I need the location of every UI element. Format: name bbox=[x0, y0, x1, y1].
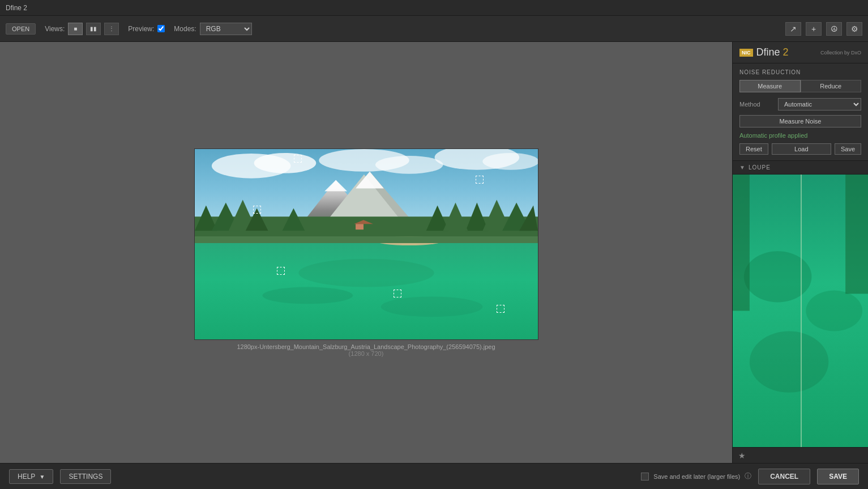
loupe-section: ▼ LOUPE bbox=[733, 161, 868, 463]
image-container: 1280px-Untersberg_Mountain_Salzburg_Aust… bbox=[194, 148, 538, 357]
star-icon: ★ bbox=[738, 451, 746, 460]
image-filename: 1280px-Untersberg_Mountain_Salzburg_Aust… bbox=[237, 343, 495, 350]
save-button[interactable]: SAVE bbox=[817, 469, 859, 484]
modes-group: Modes: RGB Luminosity bbox=[174, 23, 251, 35]
info-icon[interactable]: ⓘ bbox=[745, 471, 751, 481]
toolbar: OPEN Views: ■ ▮▮ ⋮ Preview: Modes: RGB L… bbox=[0, 16, 868, 42]
loupe-title: LOUPE bbox=[749, 164, 771, 171]
svg-rect-30 bbox=[356, 224, 364, 229]
preview-checkbox[interactable] bbox=[157, 25, 165, 32]
preview-group: Preview: bbox=[128, 25, 165, 33]
loupe-image bbox=[733, 175, 868, 447]
method-select[interactable]: Automatic Manual bbox=[778, 98, 861, 110]
svg-point-27 bbox=[380, 296, 482, 317]
view-split-v-button[interactable]: ⋮ bbox=[104, 23, 119, 35]
settings-button[interactable]: SETTINGS bbox=[60, 469, 111, 484]
panel-save-button[interactable]: Save bbox=[835, 143, 861, 155]
toolbar-right-tools: ↗ + ☮ ⚙ bbox=[785, 22, 862, 36]
measure-point-2[interactable] bbox=[476, 176, 484, 184]
zoom-in-icon[interactable]: + bbox=[806, 22, 822, 36]
svg-point-35 bbox=[750, 331, 828, 393]
landscape-svg bbox=[195, 149, 538, 339]
app-name-display: Dfine 2 bbox=[756, 46, 789, 58]
reset-button[interactable]: Reset bbox=[739, 143, 768, 155]
main-area: 1280px-Untersberg_Mountain_Salzburg_Aust… bbox=[0, 42, 868, 463]
measure-point-5[interactable] bbox=[394, 290, 401, 297]
mode-select[interactable]: RGB Luminosity bbox=[200, 23, 252, 35]
right-panel: NIC Dfine 2 Collection by DxO NOISE REDU… bbox=[732, 42, 868, 463]
measure-point-4[interactable] bbox=[277, 267, 285, 275]
app-title: Dfine 2 bbox=[6, 4, 27, 12]
image-caption: 1280px-Untersberg_Mountain_Salzburg_Aust… bbox=[237, 343, 495, 357]
method-label: Method bbox=[739, 101, 773, 108]
panel-header: NIC Dfine 2 Collection by DxO bbox=[733, 42, 868, 63]
toolbar-open-group: OPEN bbox=[6, 23, 36, 35]
measure-tab[interactable]: Measure bbox=[739, 80, 801, 92]
modes-label: Modes: bbox=[174, 25, 196, 33]
help-button[interactable]: HELP ▼ bbox=[9, 469, 53, 484]
canvas-area: 1280px-Untersberg_Mountain_Salzburg_Aust… bbox=[0, 42, 732, 463]
view-split-h-button[interactable]: ▮▮ bbox=[86, 23, 101, 35]
svg-point-34 bbox=[806, 290, 862, 331]
cancel-button[interactable]: CANCEL bbox=[758, 469, 810, 484]
views-label: Views: bbox=[45, 25, 65, 33]
main-image bbox=[194, 148, 538, 340]
help-arrow-icon: ▼ bbox=[39, 474, 45, 480]
view-single-button[interactable]: ■ bbox=[68, 23, 83, 35]
logo-box: NIC bbox=[739, 49, 753, 57]
method-row: Method Automatic Manual bbox=[739, 98, 861, 110]
views-group: Views: ■ ▮▮ ⋮ bbox=[45, 23, 119, 35]
loupe-divider bbox=[801, 175, 802, 447]
auto-profile-text: Automatic profile applied bbox=[739, 132, 861, 139]
title-bar: Dfine 2 bbox=[0, 0, 868, 16]
bottom-bar: HELP ▼ SETTINGS Save and edit later (lar… bbox=[0, 463, 868, 489]
svg-point-4 bbox=[375, 155, 443, 173]
measure-noise-button[interactable]: Measure Noise bbox=[739, 115, 861, 127]
image-dimensions: (1280 x 720) bbox=[237, 350, 495, 357]
load-button[interactable]: Load bbox=[772, 143, 831, 155]
svg-rect-36 bbox=[733, 175, 750, 311]
loupe-header[interactable]: ▼ LOUPE bbox=[733, 161, 868, 175]
action-row: Reset Load Save bbox=[739, 143, 861, 155]
measure-point-1[interactable] bbox=[294, 155, 302, 163]
preview-label: Preview: bbox=[128, 25, 154, 33]
noise-reduction-title: NOISE REDUCTION bbox=[739, 69, 861, 75]
open-button[interactable]: OPEN bbox=[6, 23, 36, 35]
reduce-tab[interactable]: Reduce bbox=[801, 80, 862, 92]
measure-point-3[interactable] bbox=[253, 206, 261, 214]
svg-rect-24 bbox=[195, 239, 538, 339]
svg-rect-29 bbox=[195, 236, 538, 243]
fit-icon[interactable]: ↗ bbox=[785, 22, 801, 36]
hand-icon[interactable]: ☮ bbox=[826, 22, 842, 36]
measure-point-6[interactable] bbox=[497, 305, 504, 313]
collection-label: Collection by DxO bbox=[820, 50, 861, 56]
save-later-label: Save and edit later (larger files) bbox=[653, 473, 740, 480]
svg-point-6 bbox=[482, 152, 538, 169]
svg-rect-37 bbox=[845, 175, 868, 294]
loupe-arrow-icon: ▼ bbox=[739, 164, 745, 171]
svg-point-2 bbox=[254, 152, 316, 173]
save-later-checkbox[interactable] bbox=[641, 473, 649, 481]
svg-point-25 bbox=[298, 258, 434, 287]
measure-reduce-tabs: Measure Reduce bbox=[739, 80, 861, 92]
save-later-group: Save and edit later (larger files) ⓘ bbox=[641, 471, 751, 481]
noise-reduction-section: NOISE REDUCTION Measure Reduce Method Au… bbox=[733, 63, 868, 161]
loupe-footer: ★ bbox=[733, 447, 868, 463]
settings-icon[interactable]: ⚙ bbox=[846, 22, 862, 36]
svg-point-26 bbox=[262, 287, 352, 304]
dfine-logo: NIC Dfine 2 bbox=[739, 46, 789, 58]
